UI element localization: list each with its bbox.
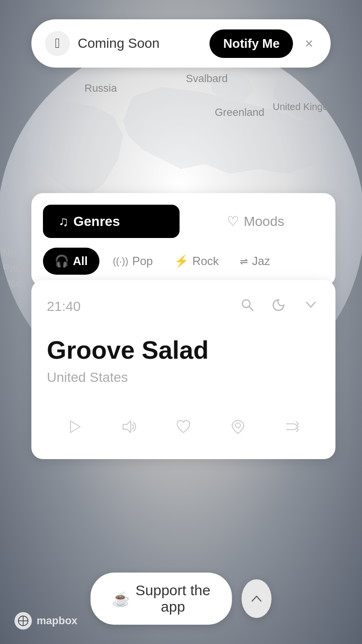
all-label: All (73, 254, 88, 268)
close-banner-button[interactable]: × (301, 31, 317, 56)
filter-jazz-button[interactable]: ⇌ Jaz (232, 248, 278, 275)
apple-icon:  (55, 36, 60, 51)
map-label-svalbard: Svalbard (186, 72, 228, 85)
svg-marker-2 (70, 421, 80, 433)
genres-icon: ♫ (58, 214, 69, 229)
volume-button[interactable] (116, 414, 141, 444)
headphones-icon: 🎧 (55, 254, 69, 268)
jazz-label: Jaz (252, 254, 270, 268)
rock-label: Rock (193, 254, 219, 268)
genre-panel: ♫ Genres ♡ Moods 🎧 All ((·)) Pop ⚡ Rock … (31, 193, 335, 286)
station-card: 21:40 Groove Salad United States (31, 280, 335, 459)
mapbox-label: mapbox (37, 615, 77, 627)
card-icons (238, 295, 320, 317)
svg-point-4 (236, 423, 240, 428)
night-mode-button[interactable] (270, 295, 288, 317)
station-location: United States (47, 370, 320, 385)
tab-moods[interactable]: ♡ Moods (187, 205, 324, 238)
apple-icon-wrap:  (45, 31, 70, 56)
mapbox-logo: mapbox (14, 612, 77, 630)
play-button[interactable] (62, 414, 87, 444)
filter-row: 🎧 All ((·)) Pop ⚡ Rock ⇌ Jaz (43, 248, 324, 275)
bottom-bar: ☕ Support the app (91, 573, 272, 625)
card-actions (47, 414, 320, 444)
map-label-greenland: Greenland (215, 106, 265, 119)
support-label: Support the app (136, 582, 211, 615)
lightning-icon: ⚡ (174, 254, 189, 268)
wind-icon: ⇌ (240, 255, 248, 267)
map-label-russia: Russia (84, 82, 117, 95)
coffee-icon: ☕ (112, 590, 130, 607)
tab-genres[interactable]: ♫ Genres (43, 205, 180, 238)
svg-marker-3 (123, 421, 131, 433)
radio-icon: ((·)) (113, 256, 128, 267)
filter-pop-button[interactable]: ((·)) Pop (105, 248, 161, 275)
station-name: Groove Salad (47, 336, 320, 364)
moods-heart-icon: ♡ (227, 213, 239, 229)
notification-banner:  Coming Soon Notify Me × (31, 19, 331, 68)
genre-tabs: ♫ Genres ♡ Moods (43, 205, 324, 238)
svg-line-1 (249, 307, 253, 310)
pop-label: Pop (132, 254, 153, 268)
genres-label: Genres (73, 214, 120, 229)
moods-label: Moods (244, 214, 284, 229)
favorite-button[interactable] (171, 414, 196, 444)
mapbox-icon (14, 612, 32, 630)
notify-me-button[interactable]: Notify Me (209, 29, 293, 58)
card-header: 21:40 (47, 295, 320, 317)
card-time: 21:40 (47, 299, 81, 314)
coming-soon-text: Coming Soon (78, 36, 202, 51)
scroll-up-button[interactable] (241, 579, 271, 618)
map-label-uk: United Kingdom (273, 101, 341, 112)
map-label-pacific: NoPacificOce (2, 246, 34, 291)
filter-all-button[interactable]: 🎧 All (43, 248, 99, 275)
filter-rock-button[interactable]: ⚡ Rock (167, 248, 227, 275)
chevron-down-button[interactable] (302, 295, 320, 317)
search-button[interactable] (238, 295, 256, 317)
shuffle-button[interactable] (280, 414, 305, 444)
location-button[interactable] (225, 414, 251, 444)
support-app-button[interactable]: ☕ Support the app (91, 573, 232, 625)
